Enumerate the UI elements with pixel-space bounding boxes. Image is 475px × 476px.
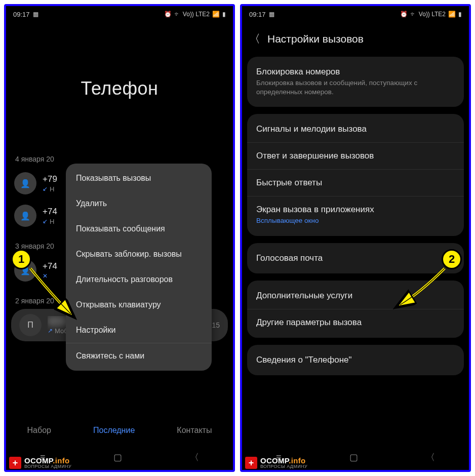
tab-dialpad[interactable]: Набор [27, 426, 51, 435]
settings-card: Сигналы и мелодии вызова Ответ и заверше… [247, 114, 464, 235]
nav-back-icon[interactable]: 〈 [426, 451, 435, 463]
signal-icon: 📶 [448, 11, 456, 18]
settings-card: Сведения о "Телефоне" [247, 345, 464, 375]
phone-app-body: Телефон 4 января 20 👤 +79 ↙Н 👤 +74 ↙Н 3 … [6, 22, 233, 416]
wifi-icon: ᯤ [410, 11, 416, 18]
settings-item-call-display[interactable]: Экран вызова в приложениях Всплывающее о… [247, 196, 464, 233]
settings-item-supplementary[interactable]: Дополнительные услуги [247, 283, 464, 309]
menu-item-show-messages[interactable]: Показывать сообщения [66, 216, 212, 242]
signal-icon: 📶 [212, 11, 220, 18]
status-bar: 09:17 ▦ ⏰ ᯤ Vo)) LTE2 📶 ▮ [6, 6, 233, 22]
image-icon: ▦ [33, 11, 38, 18]
tab-recent[interactable]: Последние [93, 426, 135, 435]
avatar-letter: П [19, 314, 42, 336]
incoming-icon: ↙ [43, 185, 48, 192]
nav-recent-icon[interactable]: ≡ [40, 452, 46, 463]
nav-home-icon[interactable]: ▢ [113, 452, 122, 463]
menu-item-delete[interactable]: Удалить [66, 191, 212, 216]
menu-item-hide-blocked[interactable]: Скрывать заблокир. вызовы [66, 242, 212, 267]
menu-item-settings[interactable]: Настройки [66, 318, 212, 343]
step-number: 1 [11, 249, 31, 269]
menu-item-contact-us[interactable]: Свяжитесь с нами [66, 343, 212, 369]
avatar-icon: 👤 [14, 205, 36, 227]
date-header: 4 января 20 [15, 155, 233, 163]
battery-icon: ▮ [222, 11, 226, 18]
missed-icon: ✕ [43, 272, 48, 280]
settings-list: Блокировка номеров Блокировка вызовов и … [242, 57, 469, 445]
nav-back-icon[interactable]: 〈 [190, 451, 199, 463]
step-number: 2 [442, 249, 462, 269]
battery-icon: ▮ [458, 11, 462, 18]
lte-icon: Vo)) LTE2 [183, 11, 210, 18]
menu-item-open-keypad[interactable]: Открывать клавиатуру [66, 292, 212, 318]
settings-item-quick-replies[interactable]: Быстрые ответы [247, 169, 464, 196]
screenshot-right: 09:17 ▦ ⏰ ᯤ Vo)) LTE2 📶 ▮ 〈 Настройки вы… [240, 4, 471, 472]
context-menu: Показывать вызовы Удалить Показывать соо… [66, 164, 212, 371]
alarm-icon: ⏰ [164, 11, 172, 18]
settings-card: Блокировка номеров Блокировка вызовов и … [247, 57, 464, 107]
lte-icon: Vo)) LTE2 [419, 11, 446, 18]
status-time: 09:17 [249, 11, 266, 18]
alarm-icon: ⏰ [400, 11, 408, 18]
settings-item-about-phone[interactable]: Сведения о "Телефоне" [247, 347, 464, 373]
menu-item-show-calls[interactable]: Показывать вызовы [66, 166, 212, 191]
nav-home-icon[interactable]: ▢ [349, 452, 358, 463]
settings-item-block-numbers[interactable]: Блокировка номеров Блокировка вызовов и … [247, 59, 464, 105]
screenshot-left: 09:17 ▦ ⏰ ᯤ Vo)) LTE2 📶 ▮ Телефон 4 янва… [4, 4, 235, 472]
nav-recent-icon[interactable]: ≡ [276, 452, 282, 463]
image-icon: ▦ [269, 11, 274, 18]
settings-card: Дополнительные услуги Другие параметры в… [247, 281, 464, 338]
app-title: Телефон [6, 78, 233, 99]
back-icon[interactable]: 〈 [249, 31, 260, 47]
status-bar: 09:17 ▦ ⏰ ᯤ Vo)) LTE2 📶 ▮ [242, 6, 469, 22]
nav-bar: ≡ ▢ 〈 [6, 445, 233, 470]
menu-item-call-duration[interactable]: Длительность разговоров [66, 267, 212, 292]
avatar-icon: 👤 [14, 172, 36, 194]
settings-item-other-call[interactable]: Другие параметры вызова [247, 309, 464, 336]
settings-item-voicemail[interactable]: Голосовая почта [247, 245, 464, 271]
annotation-step2: 2 [442, 249, 462, 269]
settings-header: 〈 Настройки вызовов [242, 22, 469, 57]
settings-card: Голосовая почта [247, 243, 464, 273]
nav-bar: ≡ ▢ 〈 [242, 445, 469, 470]
status-time: 09:17 [13, 11, 30, 18]
settings-item-ringtones[interactable]: Сигналы и мелодии вызова [247, 116, 464, 142]
settings-item-answer-end[interactable]: Ответ и завершение вызовов [247, 142, 464, 169]
bottom-tabs: Набор Последние Контакты [6, 416, 233, 445]
wifi-icon: ᯤ [174, 11, 180, 18]
outgoing-icon: ↗ [48, 327, 53, 334]
annotation-step1: 1 [11, 249, 31, 269]
incoming-icon: ↙ [43, 218, 48, 225]
page-title: Настройки вызовов [267, 33, 364, 45]
tab-contacts[interactable]: Контакты [177, 426, 212, 435]
